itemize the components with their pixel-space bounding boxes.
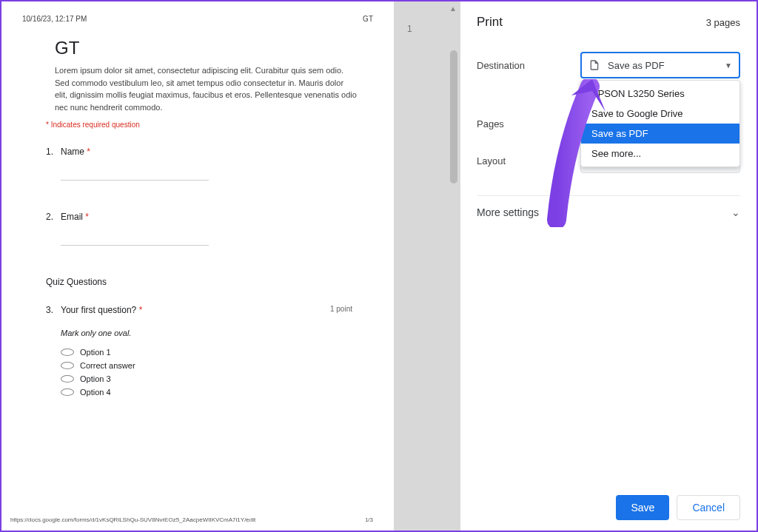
layout-label: Layout xyxy=(477,155,580,166)
thumbnail-column: 1 ▲ xyxy=(394,1,460,531)
save-button[interactable]: Save xyxy=(616,495,669,520)
required-note: * Indicates required question xyxy=(22,121,373,129)
q3-option-1: Option 1 xyxy=(61,348,373,357)
more-settings-label: More settings xyxy=(477,206,539,218)
dropdown-item-gdrive[interactable]: Save to Google Drive xyxy=(581,104,739,124)
dropdown-item-more[interactable]: See more... xyxy=(581,144,739,164)
sidebar-title: Print xyxy=(477,15,503,30)
section-title: Quiz Questions xyxy=(22,277,373,287)
dropdown-item-epson[interactable]: EPSON L3250 Series xyxy=(581,84,739,104)
oval-icon xyxy=(61,349,74,356)
q2-label: Email * xyxy=(61,212,373,222)
q2-number: 2. xyxy=(46,212,61,268)
caret-down-icon: ▼ xyxy=(725,61,732,70)
print-preview-pane: 10/16/23, 12:17 PM GT GT Lorem ipsum dol… xyxy=(1,1,460,531)
doc-footer-url: https://docs.google.com/forms/d/1vKsQRiL… xyxy=(10,516,255,523)
doc-description: Lorem ipsum dolor sit amet, consectetur … xyxy=(22,64,373,113)
q3-option-3: Option 3 xyxy=(61,374,373,383)
pdf-file-icon xyxy=(588,58,600,72)
q3-points: 1 point xyxy=(330,305,352,313)
doc-header-title: GT xyxy=(363,15,373,23)
destination-dropdown: EPSON L3250 Series Save to Google Drive … xyxy=(580,80,740,167)
thumbnail-page-number: 1 xyxy=(407,24,412,34)
oval-icon xyxy=(61,388,74,396)
q2-answer-line xyxy=(61,229,209,246)
q1-answer-line xyxy=(61,164,209,181)
destination-select[interactable]: Save as PDF ▼ xyxy=(580,52,740,78)
q3-number: 3. xyxy=(46,305,61,401)
document-page-1: 10/16/23, 12:17 PM GT GT Lorem ipsum dol… xyxy=(1,1,394,531)
cancel-button[interactable]: Cancel xyxy=(677,495,740,520)
print-sidebar: Print 3 pages Destination Save as PDF ▼ … xyxy=(460,1,757,531)
q1-number: 1. xyxy=(46,147,61,203)
q3-label: Your first question? * xyxy=(61,305,142,315)
destination-value: Save as PDF xyxy=(608,60,665,71)
dropdown-item-pdf[interactable]: Save as PDF xyxy=(581,124,739,144)
page-count: 3 pages xyxy=(706,17,740,28)
oval-icon xyxy=(61,375,74,383)
chevron-down-icon: ⌄ xyxy=(731,206,740,218)
oval-icon xyxy=(61,362,74,369)
q3-option-4: Option 4 xyxy=(61,388,373,397)
pages-label: Pages xyxy=(477,118,580,129)
scroll-up-icon[interactable]: ▲ xyxy=(449,4,457,13)
doc-header-date: 10/16/23, 12:17 PM xyxy=(22,15,87,23)
doc-footer-page: 1/3 xyxy=(365,516,373,523)
destination-label: Destination xyxy=(477,60,580,71)
doc-title: GT xyxy=(22,38,373,58)
more-settings-toggle[interactable]: More settings ⌄ xyxy=(477,195,740,218)
scrollbar-thumb[interactable] xyxy=(450,50,457,183)
q3-option-2: Correct answer xyxy=(61,361,373,370)
q3-instruction: Mark only one oval. xyxy=(61,329,373,337)
q1-label: Name * xyxy=(61,147,373,157)
